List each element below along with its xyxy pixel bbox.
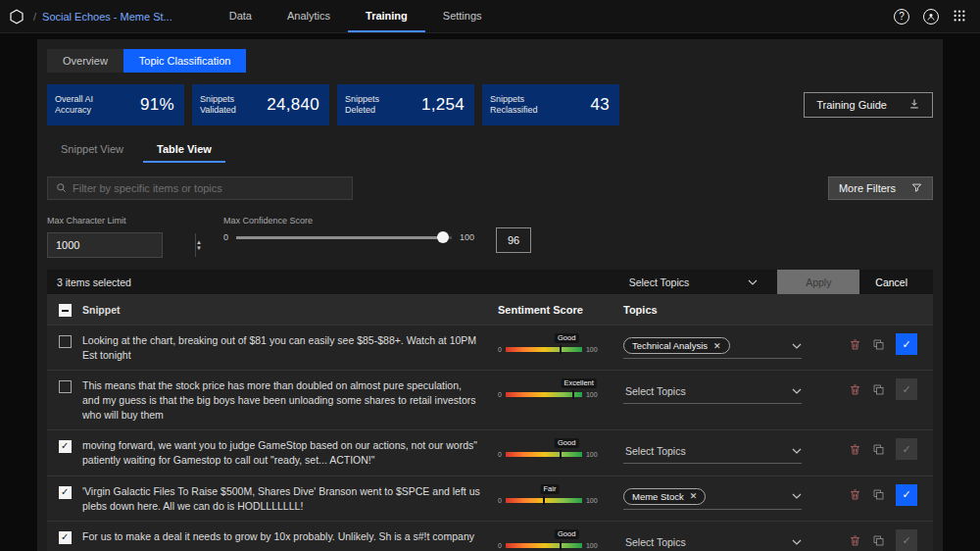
copy-icon[interactable] xyxy=(872,534,885,547)
confidence-value-box[interactable]: 96 xyxy=(496,227,531,253)
metric-card-deleted: Snippets Deleted 1,254 xyxy=(337,84,474,125)
sentiment-max: 100 xyxy=(586,391,598,398)
delete-icon[interactable] xyxy=(849,383,861,396)
app-title[interactable]: Social Echoes - Meme St... xyxy=(42,11,172,23)
nav-label: Data xyxy=(229,10,252,22)
copy-icon[interactable] xyxy=(872,383,885,396)
select-all-checkbox[interactable] xyxy=(59,304,72,317)
delete-icon[interactable] xyxy=(849,488,861,501)
sentiment-label: Good xyxy=(555,529,578,539)
sentiment-marker xyxy=(543,496,545,505)
delete-icon[interactable] xyxy=(849,534,861,547)
approve-button[interactable]: ✓ xyxy=(896,378,917,400)
delete-icon[interactable] xyxy=(849,338,861,351)
approve-button[interactable]: ✓ xyxy=(896,529,917,551)
sentiment-min: 0 xyxy=(498,451,502,458)
tab-topic-classification[interactable]: Topic Classification xyxy=(123,49,247,73)
row-checkbox[interactable] xyxy=(59,486,72,499)
delete-icon[interactable] xyxy=(849,443,861,456)
sentiment-gradient-bar xyxy=(506,452,582,457)
chevron-down-icon xyxy=(792,388,802,394)
sentiment-max: 100 xyxy=(586,451,598,458)
topic-tag[interactable]: Meme Stock✕ xyxy=(623,488,706,505)
confidence-slider-track[interactable] xyxy=(236,236,452,239)
sentiment-min: 0 xyxy=(498,497,502,504)
nav-label: Training xyxy=(366,10,408,22)
download-icon xyxy=(908,98,920,112)
copy-icon[interactable] xyxy=(872,488,885,501)
confidence-slider-handle[interactable] xyxy=(437,231,449,243)
training-guide-label: Training Guide xyxy=(816,99,887,111)
row-checkbox[interactable] xyxy=(59,531,72,544)
sentiment-label: Good xyxy=(555,333,578,343)
sentiment-label: Good xyxy=(555,438,578,448)
stepper-down-icon[interactable]: ▼ xyxy=(196,245,202,251)
metric-value: 91% xyxy=(140,95,174,115)
sentiment-marker xyxy=(572,390,574,399)
slider-max-label: 100 xyxy=(460,232,474,242)
tab-snippet-view[interactable]: Snippet View xyxy=(47,139,137,163)
nav-item-analytics[interactable]: Analytics xyxy=(270,0,348,32)
max-character-limit-input[interactable] xyxy=(48,239,195,251)
batch-cancel-button[interactable]: Cancel xyxy=(859,270,923,294)
table-header-row: Snippet Sentiment Score Topics xyxy=(47,295,933,325)
max-confidence-score-label: Max Confidence Score xyxy=(223,216,474,225)
tag-close-icon[interactable]: ✕ xyxy=(690,491,698,501)
topics-dropdown[interactable]: Select Topics xyxy=(623,438,802,464)
approve-button[interactable]: ✓ xyxy=(896,438,917,460)
tab-overview[interactable]: Overview xyxy=(47,49,123,73)
table-row: Looking at the chart, breaking out of $8… xyxy=(47,325,933,370)
topic-tag[interactable]: Technical Analysis✕ xyxy=(623,337,730,354)
nav-item-training[interactable]: Training xyxy=(348,0,425,32)
nav-item-data[interactable]: Data xyxy=(212,0,270,32)
sentiment-max: 100 xyxy=(586,497,598,504)
sentiment-marker xyxy=(560,345,562,354)
copy-icon[interactable] xyxy=(872,338,885,351)
table-row: 'Virgin Galactic Files To Raise $500M, S… xyxy=(47,476,933,521)
row-checkbox[interactable] xyxy=(59,335,72,348)
batch-select-topics-dropdown[interactable]: Select Topics xyxy=(619,270,768,294)
batch-apply-button[interactable]: Apply xyxy=(777,270,859,294)
sentiment-min: 0 xyxy=(498,542,502,549)
topics-dropdown[interactable]: Technical Analysis✕ xyxy=(623,333,802,359)
copy-icon[interactable] xyxy=(872,443,885,456)
app-switcher-icon[interactable] xyxy=(953,9,966,25)
training-guide-button[interactable]: Training Guide xyxy=(804,92,933,118)
confidence-slider-row: 0 100 xyxy=(223,232,474,242)
top-header-bar: / Social Echoes - Meme St... Data Analyt… xyxy=(0,0,980,33)
filter-search-input[interactable] xyxy=(73,182,344,194)
topics-dropdown-label: Select Topics xyxy=(623,445,686,457)
topics-dropdown[interactable]: Select Topics xyxy=(623,529,802,551)
stepper-arrows[interactable]: ▲▼ xyxy=(195,233,202,257)
metric-value: 24,840 xyxy=(267,95,319,115)
product-logo-icon[interactable] xyxy=(0,0,33,33)
main-content: Overview Topic Classification Overall AI… xyxy=(37,39,943,551)
user-avatar-icon[interactable] xyxy=(923,9,939,25)
approve-button[interactable]: ✓ xyxy=(896,333,917,355)
tab-label: Table View xyxy=(157,143,212,155)
header-icons: ? xyxy=(894,9,980,25)
nav-label: Analytics xyxy=(287,10,330,22)
row-checkbox[interactable] xyxy=(59,380,72,393)
metric-card-reclassified: Snippets Reclassified 43 xyxy=(482,84,619,125)
snippet-text: moving forward, we want you to judge Gam… xyxy=(82,438,498,467)
help-icon[interactable]: ? xyxy=(894,9,909,25)
tab-label: Snippet View xyxy=(61,143,123,155)
topics-dropdown-label: Select Topics xyxy=(623,536,686,548)
sentiment-gradient-bar xyxy=(506,498,582,503)
topics-dropdown[interactable]: Select Topics xyxy=(623,378,802,404)
topics-dropdown[interactable]: Meme Stock✕ xyxy=(623,484,802,510)
row-checkbox[interactable] xyxy=(59,440,72,453)
metric-card-validated: Snippets Validated 24,840 xyxy=(192,84,329,125)
tab-table-view[interactable]: Table View xyxy=(143,139,225,163)
approve-button[interactable]: ✓ xyxy=(896,484,917,506)
more-filters-button[interactable]: More Filters xyxy=(828,176,933,200)
table-row: moving forward, we want you to judge Gam… xyxy=(47,429,933,475)
nav-item-settings[interactable]: Settings xyxy=(425,0,500,32)
batch-action-bar: 3 items selected Select Topics Apply Can… xyxy=(47,270,933,295)
topic-tag-label: Technical Analysis xyxy=(632,340,708,351)
tag-close-icon[interactable]: ✕ xyxy=(713,341,721,351)
nav-label: Settings xyxy=(443,10,482,22)
sentiment-score-cell: Excellent 0 100 xyxy=(498,378,623,398)
sentiment-score-cell: Fair 0 100 xyxy=(498,484,623,504)
